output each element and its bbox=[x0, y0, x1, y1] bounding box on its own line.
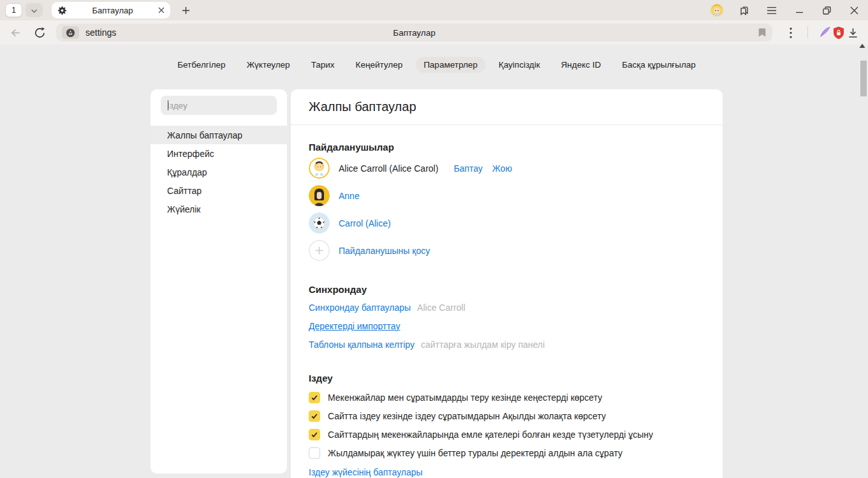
reload-button[interactable] bbox=[33, 26, 47, 40]
checkbox[interactable] bbox=[309, 447, 320, 459]
restore-tableau-link[interactable]: Таблоны қалпына келтіру bbox=[309, 340, 415, 350]
user-row-alice: Alice Carroll (Alice Carol) Баптау Жою bbox=[309, 154, 705, 182]
navtab-downloads[interactable]: Жүктеулер bbox=[239, 57, 298, 73]
checkbox-check-icon bbox=[311, 394, 318, 401]
search-engine-settings-row: Іздеу жүйесінің баптаулары bbox=[309, 467, 705, 477]
sidebar-item-system[interactable]: Жүйелік bbox=[151, 200, 287, 218]
back-icon bbox=[10, 27, 22, 39]
url-text[interactable]: settings bbox=[85, 27, 116, 38]
users-section: Пайдаланушылар bbox=[309, 142, 705, 264]
scrollbar-thumb[interactable] bbox=[860, 61, 867, 96]
navtab-security[interactable]: Қауіпсіздік bbox=[491, 57, 548, 73]
download-icon bbox=[848, 27, 858, 38]
tab-settings[interactable]: Баптаулар bbox=[52, 2, 170, 19]
side-panels-button[interactable] bbox=[738, 4, 751, 17]
bookmark-button[interactable] bbox=[758, 27, 767, 38]
close-icon bbox=[850, 6, 858, 15]
restore-tableau-note: сайттарға жылдам кіру панелі bbox=[421, 340, 545, 350]
settings-sidebar: Жалпы баптаулар Интерфейс Құралдар Сайтт… bbox=[151, 89, 287, 474]
tab-list-chevron-button[interactable] bbox=[26, 3, 43, 17]
sync-settings-row: Синхрондау баптаулары Alice Carroll bbox=[309, 298, 705, 317]
protect-shield-icon bbox=[832, 26, 845, 40]
feather-icon bbox=[818, 26, 832, 40]
minimize-icon bbox=[795, 6, 804, 15]
tab-strip: 1 Баптаулар bbox=[0, 0, 868, 20]
user-configure-link[interactable]: Баптау bbox=[453, 163, 482, 174]
prefetch-checkbox-row: Жылдамырақ жүктеу үшін беттер туралы дер… bbox=[309, 444, 705, 462]
settings-main-panel: Жалпы баптаулар Пайдаланушылар bbox=[291, 89, 723, 478]
new-tab-button[interactable] bbox=[178, 3, 193, 18]
sidebar-search bbox=[151, 89, 287, 126]
sidebar-item-sites[interactable]: Сайттар bbox=[151, 181, 287, 200]
restore-icon bbox=[823, 6, 831, 15]
user-name: Alice Carroll (Alice Carol) bbox=[339, 163, 438, 174]
sidebar-item-label: Интерфейс bbox=[167, 149, 214, 159]
window-close-button[interactable] bbox=[848, 4, 860, 17]
gear-icon bbox=[57, 6, 67, 15]
search-input[interactable] bbox=[161, 96, 277, 115]
import-data-link[interactable]: Деректерді импорттау bbox=[309, 321, 400, 331]
checkbox-label: Сайттардың мекенжайларында емле қателері… bbox=[328, 429, 653, 440]
soccer-ball-icon bbox=[309, 213, 330, 234]
downloads-button[interactable] bbox=[846, 26, 860, 40]
add-user-row[interactable]: Пайдаланушыны қосу bbox=[309, 237, 705, 264]
sync-account-note: Alice Carroll bbox=[417, 302, 465, 313]
browser-menu-button[interactable] bbox=[765, 4, 778, 17]
sidebar-item-label: Жалпы баптаулар bbox=[167, 130, 242, 140]
checkbox[interactable] bbox=[309, 392, 320, 403]
browser-window: 1 Баптаулар bbox=[0, 0, 868, 478]
typo-fix-checkbox-row: Сайттардың мекенжайларында емле қателері… bbox=[309, 425, 705, 444]
sidebar-item-interface[interactable]: Интерфейс bbox=[151, 144, 287, 163]
sidebar-item-tools[interactable]: Құралдар bbox=[151, 163, 287, 181]
user-delete-link[interactable]: Жою bbox=[492, 163, 512, 174]
protect-button[interactable] bbox=[832, 26, 846, 40]
checkbox-label: Жылдамырақ жүктеу үшін беттер туралы дер… bbox=[328, 448, 622, 458]
add-user-link[interactable]: Пайдаланушыны қосу bbox=[339, 246, 430, 256]
sidebar-item-general[interactable]: Жалпы баптаулар bbox=[151, 126, 287, 144]
tab-close-button[interactable] bbox=[158, 7, 165, 13]
checkbox[interactable] bbox=[309, 410, 320, 422]
checkbox[interactable] bbox=[309, 429, 320, 440]
navtab-history[interactable]: Тарих bbox=[304, 57, 342, 73]
search-section: Іздеу Мекенжайлар мен сұратымдарды теру … bbox=[309, 373, 705, 477]
titlebar-controls bbox=[710, 4, 860, 17]
navtab-bookmarks[interactable]: Бетбелгілер bbox=[170, 57, 233, 73]
sidebar-item-label: Құралдар bbox=[167, 167, 207, 177]
back-button[interactable] bbox=[8, 26, 22, 40]
settings-page: Бетбелгілер Жүктеулер Тарих Кеңейтулер П… bbox=[0, 45, 868, 478]
sync-heading: Синхрондау bbox=[309, 284, 705, 295]
kebab-icon bbox=[790, 27, 792, 38]
import-data-row: Деректерді импорттау bbox=[309, 317, 705, 335]
sidebar-item-label: Сайттар bbox=[167, 186, 202, 196]
addressbar-menu-button[interactable] bbox=[784, 26, 798, 40]
user-row-carrol: Carrol (Alice) bbox=[309, 209, 705, 237]
toolbar-separator bbox=[807, 26, 808, 39]
menu-icon bbox=[767, 6, 777, 15]
navtab-settings[interactable]: Параметрлер bbox=[416, 57, 485, 73]
page-title-in-addressbar: Баптаулар bbox=[56, 28, 772, 38]
sync-settings-link[interactable]: Синхрондау баптаулары bbox=[309, 302, 411, 313]
toolbar: settings Баптаулар bbox=[0, 20, 868, 45]
search-engine-settings-link[interactable]: Іздеу жүйесінің баптаулары bbox=[309, 467, 423, 477]
tab-title: Баптаулар bbox=[67, 6, 158, 15]
panel-header: Жалпы баптаулар bbox=[291, 89, 723, 125]
checkbox-check-icon bbox=[311, 431, 318, 438]
navtab-other-devices[interactable]: Басқа құрылғылар bbox=[614, 57, 703, 73]
profile-avatar-button[interactable] bbox=[710, 4, 723, 17]
summarize-extension-button[interactable] bbox=[818, 26, 832, 40]
plus-icon bbox=[182, 6, 190, 15]
reload-icon bbox=[34, 27, 46, 39]
chevron-down-icon bbox=[31, 4, 38, 16]
checkbox-label: Мекенжайлар мен сұратымдарды теру кезінд… bbox=[328, 392, 602, 403]
user-link-anne[interactable]: Anne bbox=[339, 191, 360, 201]
navtab-yandex-id[interactable]: Яндекс ID bbox=[554, 57, 609, 73]
tab-counter-button[interactable]: 1 bbox=[5, 3, 22, 17]
navtab-extensions[interactable]: Кеңейтулер bbox=[348, 57, 411, 73]
site-search-checkbox-row: Сайтта іздеу кезінде іздеу сұратымдарын … bbox=[309, 407, 705, 425]
scroll-up-button[interactable] bbox=[858, 43, 866, 49]
user-link-carrol[interactable]: Carrol (Alice) bbox=[339, 218, 391, 228]
window-restore-button[interactable] bbox=[820, 4, 833, 17]
window-minimize-button[interactable] bbox=[793, 4, 805, 17]
checkbox-check-icon bbox=[311, 412, 318, 420]
address-bar[interactable]: settings Баптаулар bbox=[56, 24, 772, 41]
